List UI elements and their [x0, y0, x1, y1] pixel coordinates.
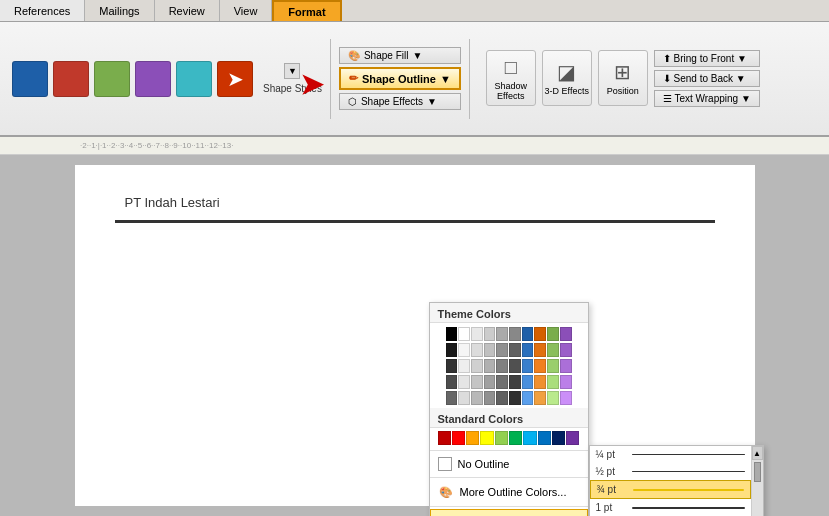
- color-r2-3[interactable]: [471, 343, 483, 357]
- more-outline-colors-item[interactable]: 🎨 More Outline Colors...: [430, 480, 588, 504]
- color-c2[interactable]: [484, 327, 496, 341]
- std-color-7[interactable]: [523, 431, 536, 445]
- color-c5[interactable]: [522, 327, 534, 341]
- swatch-teal[interactable]: [176, 61, 212, 97]
- std-color-9[interactable]: [552, 431, 565, 445]
- color-white[interactable]: [458, 327, 470, 341]
- color-r2-6[interactable]: [509, 343, 521, 357]
- weight-three-quarter[interactable]: ¾ pt: [590, 480, 751, 499]
- std-color-5[interactable]: [495, 431, 508, 445]
- color-r5-4[interactable]: [484, 391, 496, 405]
- position-btn[interactable]: ⊞ Position: [598, 50, 648, 106]
- color-r2-8[interactable]: [534, 343, 546, 357]
- tab-mailings[interactable]: Mailings: [85, 0, 154, 21]
- color-c7[interactable]: [547, 327, 559, 341]
- shadow-btn[interactable]: □ ShadowEffects: [486, 50, 536, 106]
- tab-view[interactable]: View: [220, 0, 273, 21]
- color-r3-7[interactable]: [522, 359, 534, 373]
- color-r5-8[interactable]: [534, 391, 546, 405]
- color-r2-10[interactable]: [560, 343, 572, 357]
- shape-fill-btn[interactable]: 🎨 Shape Fill ▼: [339, 47, 461, 64]
- std-color-3[interactable]: [466, 431, 479, 445]
- color-r3-9[interactable]: [547, 359, 559, 373]
- color-black[interactable]: [446, 327, 458, 341]
- color-r5-6[interactable]: [509, 391, 521, 405]
- theme-row-2: [438, 342, 580, 358]
- color-r2-2[interactable]: [458, 343, 470, 357]
- tab-review[interactable]: Review: [155, 0, 220, 21]
- tab-references[interactable]: References: [0, 0, 85, 21]
- color-r3-3[interactable]: [471, 359, 483, 373]
- color-r4-3[interactable]: [471, 375, 483, 389]
- std-color-4[interactable]: [480, 431, 493, 445]
- shadow-icon: □: [505, 56, 517, 79]
- color-r2-5[interactable]: [496, 343, 508, 357]
- tab-format[interactable]: Format: [272, 0, 341, 21]
- pencil-icon: ✏: [349, 72, 358, 85]
- color-r5-5[interactable]: [496, 391, 508, 405]
- weight-half-line-container: [632, 471, 745, 472]
- swatch-red[interactable]: [53, 61, 89, 97]
- shape-effects-btn[interactable]: ⬡ Shape Effects ▼: [339, 93, 461, 110]
- color-r3-1[interactable]: [446, 359, 458, 373]
- color-r2-1[interactable]: [446, 343, 458, 357]
- weight-half[interactable]: ½ pt: [590, 463, 751, 480]
- no-outline-item[interactable]: No Outline: [430, 453, 588, 475]
- color-c3[interactable]: [496, 327, 508, 341]
- color-r4-8[interactable]: [534, 375, 546, 389]
- color-r4-10[interactable]: [560, 375, 572, 389]
- color-c8[interactable]: [560, 327, 572, 341]
- color-r4-7[interactable]: [522, 375, 534, 389]
- color-c4[interactable]: [509, 327, 521, 341]
- color-r3-4[interactable]: [484, 359, 496, 373]
- color-r5-3[interactable]: [471, 391, 483, 405]
- three-d-btn[interactable]: ◪ 3-D Effects: [542, 50, 592, 106]
- color-r5-7[interactable]: [522, 391, 534, 405]
- std-color-10[interactable]: [566, 431, 579, 445]
- ruler-content: ·2· ·1· | ·1· ·2· ·3· ·4· ·5· ·6· ·7· ·8…: [70, 141, 233, 150]
- send-back-btn[interactable]: ⬇ Send to Back ▼: [654, 70, 760, 87]
- color-r3-8[interactable]: [534, 359, 546, 373]
- color-r5-2[interactable]: [458, 391, 470, 405]
- color-r5-10[interactable]: [560, 391, 572, 405]
- color-c1[interactable]: [471, 327, 483, 341]
- color-r3-10[interactable]: [560, 359, 572, 373]
- color-c6[interactable]: [534, 327, 546, 341]
- weight-item[interactable]: Weight ▶: [430, 509, 588, 516]
- scroll-up-btn[interactable]: ▲: [752, 446, 763, 460]
- color-r4-2[interactable]: [458, 375, 470, 389]
- swatch-blue[interactable]: [12, 61, 48, 97]
- weight-one[interactable]: 1 pt: [590, 499, 751, 516]
- color-r3-6[interactable]: [509, 359, 521, 373]
- weight-quarter-label: ¼ pt: [596, 449, 624, 460]
- color-r3-2[interactable]: [458, 359, 470, 373]
- weight-quarter[interactable]: ¼ pt: [590, 446, 751, 463]
- std-color-1[interactable]: [438, 431, 451, 445]
- doc-underline: [115, 220, 715, 223]
- scroll-thumb[interactable]: [754, 462, 761, 482]
- color-r4-4[interactable]: [484, 375, 496, 389]
- dropdown-container: Theme Colors: [429, 302, 589, 516]
- color-r2-4[interactable]: [484, 343, 496, 357]
- color-r2-9[interactable]: [547, 343, 559, 357]
- std-color-6[interactable]: [509, 431, 522, 445]
- std-color-2[interactable]: [452, 431, 465, 445]
- shape-effects-label: Shape Effects: [361, 96, 423, 107]
- color-r4-6[interactable]: [509, 375, 521, 389]
- color-r4-1[interactable]: [446, 375, 458, 389]
- color-r5-9[interactable]: [547, 391, 559, 405]
- bring-front-btn[interactable]: ⬆ Bring to Front ▼: [654, 50, 760, 67]
- color-r2-7[interactable]: [522, 343, 534, 357]
- color-r4-5[interactable]: [496, 375, 508, 389]
- swatch-purple[interactable]: [135, 61, 171, 97]
- swatch-green[interactable]: [94, 61, 130, 97]
- swatch-more-btn[interactable]: ▼: [284, 63, 300, 79]
- color-r4-9[interactable]: [547, 375, 559, 389]
- color-r5-1[interactable]: [446, 391, 458, 405]
- shape-outline-btn[interactable]: ✏ Shape Outline ▼: [339, 67, 461, 90]
- text-wrapping-btn[interactable]: ☰ Text Wrapping ▼: [654, 90, 760, 107]
- swatch-arrow[interactable]: ➤: [217, 61, 253, 97]
- scrollbar[interactable]: ▲ ▼: [751, 446, 763, 516]
- color-r3-5[interactable]: [496, 359, 508, 373]
- std-color-8[interactable]: [538, 431, 551, 445]
